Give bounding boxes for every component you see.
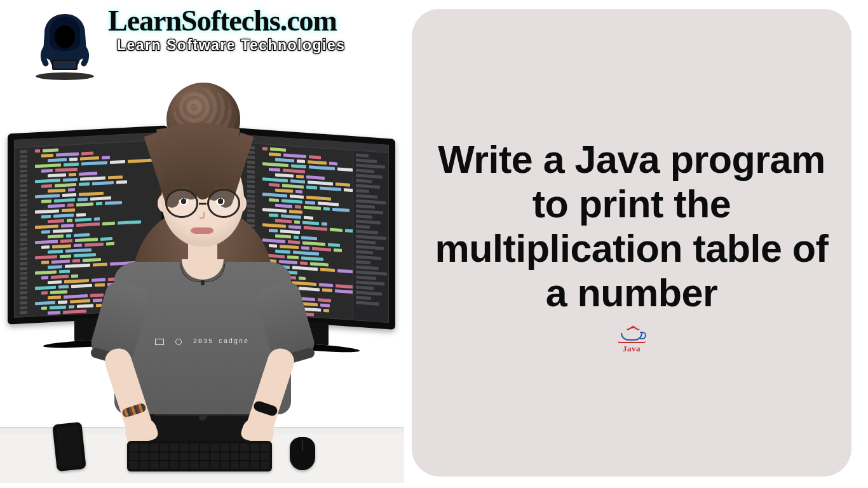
mouse-icon [290, 437, 315, 470]
smartphone-icon [52, 422, 86, 471]
brand-name: LearnSoftechs.com [108, 6, 383, 36]
brand-bar: LearnSoftechs.com Learn Software Technol… [27, 5, 383, 81]
java-logo-label: Java [623, 344, 641, 354]
svg-point-1 [55, 25, 75, 48]
title-card: Write a Java program to print the multip… [412, 9, 851, 477]
tshirt-print: 2035 cadgne [155, 338, 249, 345]
illustration-scene: 2035 cadgne [0, 83, 404, 483]
keyboard-icon [127, 441, 272, 471]
svg-point-0 [36, 72, 94, 80]
brand-tagline: Learn Software Technologies [108, 37, 383, 54]
svg-rect-3 [53, 61, 76, 69]
developer-illustration: 2035 cadgne [107, 86, 297, 478]
java-logo-icon: ෴ Java [611, 322, 653, 356]
hoodie-coder-icon [27, 5, 103, 81]
card-headline: Write a Java program to print the multip… [427, 137, 836, 316]
